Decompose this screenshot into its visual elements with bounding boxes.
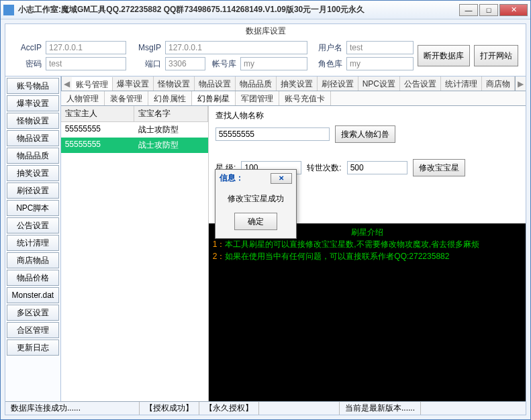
tab-8[interactable]: 公告设置 <box>400 76 441 91</box>
col-owner: 宝宝主人 <box>61 106 135 121</box>
tab-6[interactable]: 刷径设置 <box>318 76 358 91</box>
tab-3[interactable]: 物品设置 <box>195 76 236 91</box>
col-name: 宝宝名字 <box>134 106 208 121</box>
port-input[interactable] <box>165 57 205 70</box>
tab-4[interactable]: 物品品质 <box>236 76 277 91</box>
sidebar-item-14[interactable]: 合区管理 <box>7 322 59 338</box>
tab-scroll-left[interactable]: ◀ <box>61 76 72 91</box>
close-button[interactable]: ✕ <box>499 4 528 16</box>
rebirth-label: 转世次数: <box>307 162 341 174</box>
subtab-4[interactable]: 军团管理 <box>236 91 279 105</box>
tab-scroll-right[interactable]: ▶ <box>515 76 526 91</box>
top-tabs: ◀账号管理爆率设置怪物设置物品设置物品品质抽奖设置刷径设置NPC设置公告设置统计… <box>61 76 526 91</box>
maximize-button[interactable]: □ <box>479 4 498 16</box>
sidebar-item-15[interactable]: 更新日志 <box>7 339 59 356</box>
user-input[interactable] <box>346 41 414 54</box>
console-output: 刷星介绍 1：本工具刷星的可以直接修改宝宝星数,不需要修改物攻魔攻,省去很多麻烦… <box>209 223 526 401</box>
sidebar-item-2[interactable]: 怪物设置 <box>7 113 59 129</box>
status-license: 【永久授权】 <box>199 402 259 415</box>
sidebar-item-5[interactable]: 抽奖设置 <box>7 165 59 181</box>
tab-1[interactable]: 爆率设置 <box>113 76 154 91</box>
tab-9[interactable]: 统计清理 <box>441 76 482 91</box>
port-label: 端口 <box>130 58 161 70</box>
sidebar-item-3[interactable]: 物品设置 <box>7 130 59 146</box>
acctdb-input[interactable] <box>240 57 307 70</box>
work-area: 宝宝主人 宝宝名字 55555555战士攻防型55555555战士攻防型 查找人… <box>61 106 526 401</box>
sidebar-item-9[interactable]: 统计清理 <box>7 235 59 251</box>
search-button[interactable]: 搜索人物幻兽 <box>335 125 395 143</box>
app-window: 小志工作室:魔域GM工具QQ.272235882 QQ群73498675.114… <box>0 0 531 420</box>
subtab-0[interactable]: 人物管理 <box>61 91 105 105</box>
dialog-title: 信息： <box>220 172 244 184</box>
subtab-3[interactable]: 幻兽刷星 <box>192 91 236 105</box>
content-area: ◀账号管理爆率设置怪物设置物品设置物品品质抽奖设置刷径设置NPC设置公告设置统计… <box>61 76 526 401</box>
minimize-button[interactable]: — <box>459 4 478 16</box>
window-title: 小志工作室:魔域GM工具QQ.272235882 QQ群73498675.114… <box>18 4 459 15</box>
pwd-label: 密码 <box>11 58 42 70</box>
subtab-1[interactable]: 装备管理 <box>105 91 148 105</box>
sidebar-item-0[interactable]: 账号物品 <box>7 78 59 94</box>
info-dialog: 信息： ✕ 修改宝宝星成功 确定 <box>215 169 297 239</box>
status-version: 当前是最新版本...... <box>340 402 421 415</box>
sidebar-item-4[interactable]: 物品品质 <box>7 148 59 164</box>
accip-label: AccIP <box>11 43 42 52</box>
sidebar-item-6[interactable]: 刷径设置 <box>7 182 59 199</box>
pet-list: 宝宝主人 宝宝名字 55555555战士攻防型55555555战士攻防型 <box>61 106 209 401</box>
pwd-input[interactable] <box>46 57 126 70</box>
accip-input[interactable] <box>46 41 126 54</box>
list-row[interactable]: 55555555战士攻防型 <box>61 138 208 153</box>
sidebar: 账号物品爆率设置怪物设置物品设置物品品质抽奖设置刷径设置NPC脚本公告设置统计清… <box>5 76 61 401</box>
disconnect-button[interactable]: 断开数据库 <box>418 45 470 66</box>
search-label: 查找人物名称 <box>215 110 519 121</box>
dialog-message: 修改宝宝星成功 <box>221 193 291 205</box>
sidebar-item-13[interactable]: 多区设置 <box>7 305 59 321</box>
sidebar-item-11[interactable]: 物品价格 <box>7 270 59 286</box>
rebirth-input[interactable] <box>347 161 407 174</box>
list-row[interactable]: 55555555战士攻防型 <box>61 122 208 138</box>
tab-5[interactable]: 抽奖设置 <box>277 76 318 91</box>
status-db: 数据库连接成功...... <box>5 402 140 415</box>
sidebar-item-8[interactable]: 公告设置 <box>7 217 59 233</box>
titlebar: 小志工作室:魔域GM工具QQ.272235882 QQ群73498675.114… <box>1 1 530 19</box>
status-auth: 【授权成功】 <box>140 402 199 415</box>
subtab-2[interactable]: 幻兽属性 <box>148 91 192 105</box>
tab-10[interactable]: 商店物 <box>482 76 515 91</box>
dialog-close-button[interactable]: ✕ <box>271 173 292 184</box>
msgip-input[interactable] <box>165 41 307 54</box>
list-header: 宝宝主人 宝宝名字 <box>61 106 208 122</box>
groupbox-label: 数据库设置 <box>5 24 526 38</box>
right-pane: 查找人物名称 搜索人物幻兽 星 级: 转世次数: 修改宝宝星 <box>209 106 526 401</box>
sidebar-item-12[interactable]: Monster.dat <box>7 287 59 303</box>
sidebar-item-1[interactable]: 爆率设置 <box>7 95 59 111</box>
sub-tabs: 人物管理装备管理幻兽属性幻兽刷星军团管理账号充值卡 <box>61 91 526 106</box>
search-input[interactable] <box>215 127 330 141</box>
app-icon <box>3 5 14 15</box>
msgip-label: MsgIP <box>130 43 161 52</box>
tab-0[interactable]: 账号管理 <box>72 77 113 91</box>
website-button[interactable]: 打开网站 <box>474 45 518 66</box>
sidebar-item-7[interactable]: NPC脚本 <box>7 200 59 216</box>
roledb-input[interactable] <box>346 57 414 70</box>
status-bar: 数据库连接成功...... 【授权成功】 【永久授权】 当前是最新版本.....… <box>5 401 526 415</box>
connection-form: AccIP MsgIP 用户名 断开数据库 打开网站 密码 端口 帐号库 角色库 <box>5 38 526 76</box>
tab-7[interactable]: NPC设置 <box>358 76 400 91</box>
sidebar-item-10[interactable]: 商店物品 <box>7 252 59 268</box>
modify-star-button[interactable]: 修改宝宝星 <box>413 159 465 176</box>
tab-2[interactable]: 怪物设置 <box>154 76 195 91</box>
roledb-label: 角色库 <box>311 58 342 70</box>
subtab-5[interactable]: 账号充值卡 <box>279 91 331 105</box>
acctdb-label: 帐号库 <box>209 58 236 70</box>
dialog-ok-button[interactable]: 确定 <box>234 213 277 230</box>
user-label: 用户名 <box>311 42 342 54</box>
